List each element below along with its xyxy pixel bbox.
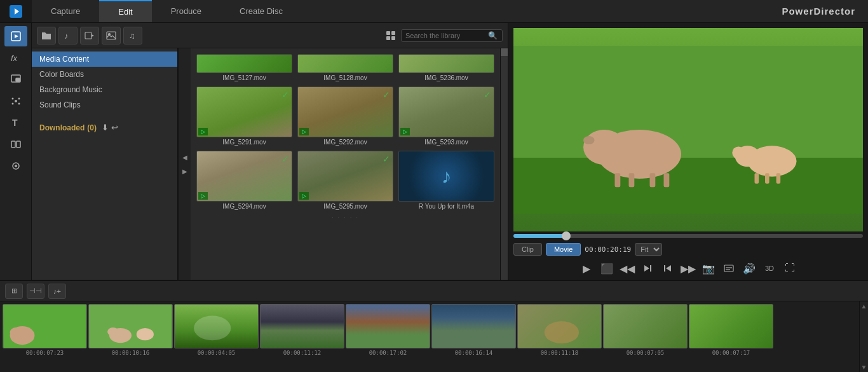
list-item[interactable]: IMG_5236.mov: [398, 54, 494, 81]
search-box[interactable]: 🔍: [401, 29, 503, 42]
media-grid-container[interactable]: IMG_5127.mov IMG_5128.mov IMG_5236.mov: [191, 48, 500, 280]
list-item[interactable]: ♪ R You Up for It.m4a: [398, 151, 494, 210]
fit-select[interactable]: Fit: [635, 243, 662, 256]
svg-text:♫: ♫: [129, 31, 135, 41]
list-item[interactable]: ✓ ▷ IMG_5291.mov: [196, 86, 292, 146]
search-input[interactable]: [405, 32, 488, 39]
sidebar-icon-transition[interactable]: [4, 134, 27, 155]
list-item[interactable]: ✓ ▷ IMG_5294.mov: [196, 151, 292, 210]
expand-button[interactable]: ⛶: [782, 261, 797, 276]
next-frame-button[interactable]: ▶▶: [681, 261, 696, 276]
svg-rect-41: [765, 173, 770, 184]
toolbar-btn-image[interactable]: [102, 27, 121, 45]
download-check-icon[interactable]: ↩: [111, 123, 118, 132]
clip-button[interactable]: Clip: [513, 243, 542, 256]
subtitles-button[interactable]: [721, 261, 736, 276]
content-area: Media Content Color Boards Background Mu…: [32, 48, 508, 280]
tab-produce[interactable]: Produce: [152, 0, 220, 22]
timeline-add-btn[interactable]: ♪+: [48, 284, 66, 299]
tab-edit[interactable]: Edit: [99, 0, 151, 22]
timeline-home-btn[interactable]: ⊣⊣: [27, 284, 44, 299]
play-button[interactable]: ▶: [579, 261, 594, 276]
timeline-timecode: 00:00:07:05: [603, 350, 688, 356]
svg-point-7: [15, 100, 17, 102]
sidebar-icon-pip[interactable]: [4, 69, 27, 90]
svg-point-11: [18, 103, 20, 105]
sidebar-icon-title[interactable]: T: [4, 113, 27, 133]
scroll-left-btn[interactable]: ◀: [179, 151, 191, 163]
svg-rect-33: [615, 173, 621, 187]
toolbar-btn-grid-view[interactable]: [383, 28, 398, 43]
sidebar-icon-particle[interactable]: [4, 91, 27, 111]
sidebar-icon-media[interactable]: [4, 26, 27, 46]
svg-rect-24: [391, 31, 395, 35]
list-item[interactable]: ✓ ▷ IMG_5295.mov: [297, 151, 393, 210]
table-row[interactable]: 00:00:17:02: [346, 304, 430, 372]
download-arrow-icon[interactable]: ⬇: [102, 123, 109, 132]
top-bar: Capture Edit Produce Create Disc PowerDi…: [0, 0, 868, 23]
camera-button[interactable]: 📷: [701, 261, 716, 276]
table-row[interactable]: 00:00:07:05: [603, 304, 688, 372]
progress-handle[interactable]: [562, 231, 571, 240]
svg-rect-13: [11, 141, 15, 148]
timeline-timecode: 00:00:10:16: [88, 350, 173, 356]
timeline-scroll-up[interactable]: ▲: [861, 303, 867, 310]
media-label: IMG_5295.mov: [297, 203, 393, 210]
media-label: IMG_5291.mov: [196, 139, 292, 146]
grid-scrollbar[interactable]: [500, 48, 508, 280]
tab-create-disc[interactable]: Create Disc: [220, 0, 302, 22]
table-row[interactable]: 00:00:07:17: [689, 304, 773, 372]
audio-button[interactable]: 🔊: [742, 261, 757, 276]
table-row[interactable]: 00:00:16:14: [431, 304, 516, 372]
timeline-tracks[interactable]: 00:00:07:23 00:00:10:16: [0, 301, 859, 372]
toolbar-btn-video[interactable]: [80, 27, 99, 45]
list-item[interactable]: IMG_5127.mov: [196, 54, 292, 81]
movie-button[interactable]: Movie: [546, 243, 581, 256]
trim-in-button[interactable]: [640, 261, 655, 276]
svg-marker-19: [92, 34, 94, 37]
grid-scroll-thumb[interactable]: [501, 48, 508, 56]
table-row[interactable]: 00:00:04:05: [174, 304, 259, 372]
table-row[interactable]: 00:00:11:18: [517, 304, 602, 372]
timeline-thumb: [689, 304, 773, 348]
timeline-scrollbar[interactable]: ▲ ▼: [859, 301, 868, 372]
media-thumb-music: ♪: [398, 151, 494, 202]
trim-out-button[interactable]: [660, 261, 675, 276]
tab-capture[interactable]: Capture: [32, 0, 99, 22]
timeline-area: ⊞ ⊣⊣ ♪+ 00:00:07:23: [0, 280, 868, 372]
svg-rect-44: [650, 265, 651, 272]
sidebar-icon-audio[interactable]: [4, 156, 27, 176]
3d-button[interactable]: 3D: [762, 261, 777, 276]
progress-track[interactable]: [513, 234, 863, 238]
list-item[interactable]: ✓ ▷ IMG_5293.mov: [398, 86, 494, 146]
svg-rect-14: [17, 141, 20, 148]
library-item-color-boards[interactable]: Color Boards: [32, 67, 177, 82]
prev-frame-button[interactable]: ◀◀: [620, 261, 635, 276]
toolbar-btn-folder[interactable]: [37, 27, 56, 45]
downloaded-section: Downloaded (0) ⬇ ↩: [32, 118, 177, 135]
svg-rect-40: [755, 173, 759, 184]
app-wrapper: Capture Edit Produce Create Disc PowerDi…: [0, 0, 868, 372]
timeline-scroll-down[interactable]: ▼: [861, 364, 867, 371]
toolbar-btn-music[interactable]: ♪: [58, 27, 78, 45]
svg-point-16: [15, 165, 17, 167]
table-row[interactable]: 00:00:11:12: [260, 304, 344, 372]
list-item[interactable]: ✓ ▷ IMG_5292.mov: [297, 86, 393, 146]
library-item-media-content[interactable]: Media Content: [32, 52, 177, 67]
scroll-right-btn[interactable]: ▶: [179, 165, 191, 177]
top-bar-tabs: Capture Edit Produce Create Disc: [32, 0, 302, 22]
table-row[interactable]: 00:00:07:23: [3, 304, 87, 372]
list-item[interactable]: IMG_5128.mov: [297, 54, 393, 81]
timeline-timecode: 00:00:17:02: [346, 350, 430, 356]
library-item-background-music[interactable]: Background Music: [32, 82, 177, 97]
sidebar-icon-fx[interactable]: fx: [4, 48, 27, 68]
svg-point-39: [732, 146, 745, 159]
timeline-grid-btn[interactable]: ⊞: [5, 284, 23, 299]
table-row[interactable]: 00:00:10:16: [88, 304, 173, 372]
scroll-dots: · · · · ·: [194, 212, 497, 222]
toolbar-btn-audio[interactable]: ♫: [123, 27, 142, 45]
preview-panel: Clip Movie 00:00:20:19 Fit ▶ ⬛ ◀◀: [508, 23, 868, 280]
stop-button[interactable]: ⬛: [599, 261, 614, 276]
content-panel: ♪ ♫: [32, 23, 508, 280]
library-item-sound-clips[interactable]: Sound Clips: [32, 97, 177, 113]
